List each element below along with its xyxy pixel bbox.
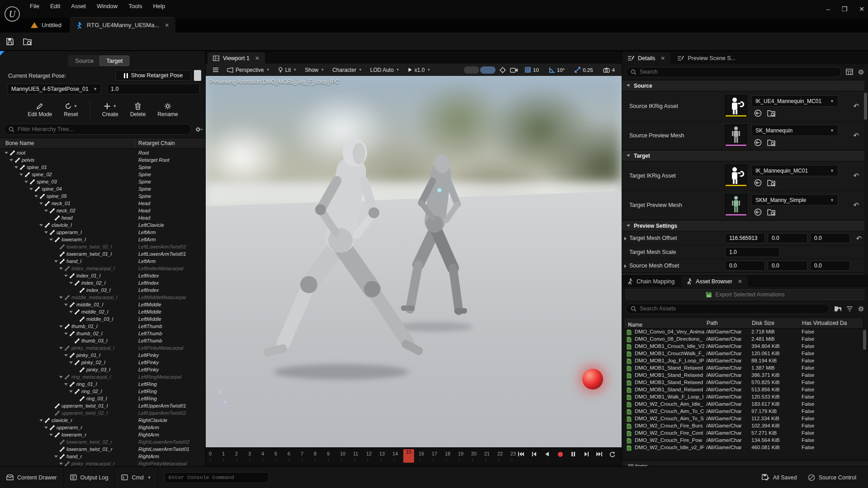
lit-dropdown[interactable]: Lit▼: [275, 66, 300, 75]
reset-button[interactable]: ▼Reset: [64, 103, 78, 117]
frame-label[interactable]: 14: [392, 451, 398, 456]
tree-row[interactable]: pinky_metacarpal_rRightPinkyMetacarpal: [0, 460, 206, 466]
asset-row[interactable]: DMO_MOB1_Stand_Relaxed/All/Game/Char513.…: [624, 387, 863, 394]
expander-icon[interactable]: [44, 427, 48, 429]
tree-row[interactable]: thumb_02_lLeftThumb: [0, 330, 206, 337]
expander-icon[interactable]: [39, 224, 43, 226]
source-mesh-dropdown[interactable]: SK_Mannequin▼: [751, 125, 838, 136]
target-mode-tab[interactable]: Target: [100, 56, 129, 66]
expander-icon[interactable]: [64, 304, 68, 306]
ikrig-asset-thumbnail[interactable]: [725, 95, 747, 117]
character-dropdown[interactable]: Character▼: [329, 66, 365, 75]
menu-edit[interactable]: Edit: [45, 1, 66, 11]
tree-row[interactable]: upperarm_rRightArm: [0, 424, 206, 431]
browse-to-asset-icon[interactable]: [767, 109, 776, 117]
tree-row[interactable]: ring_03_lLeftRing: [0, 395, 206, 402]
asset-row[interactable]: DMO_W2_Crouch_Fire_Pow/All/Game/Char134.…: [624, 437, 863, 445]
camera-speed-icon[interactable]: [510, 67, 518, 73]
tree-row[interactable]: lowerarm_twist_02_rRightLowerArmTwist02: [0, 438, 206, 446]
menu-tools[interactable]: Tools: [123, 1, 147, 11]
viewport-tab[interactable]: Viewport 1 ✕: [208, 52, 265, 64]
tree-row[interactable]: hand_rRightArm: [0, 453, 206, 460]
offset-z-field[interactable]: 0.0: [810, 261, 850, 271]
tree-row[interactable]: pinky_02_lLeftPinky: [0, 359, 206, 366]
scale-snap-toggle[interactable]: 0.25: [571, 66, 596, 74]
browse-to-asset-icon[interactable]: [767, 208, 776, 216]
tree-row[interactable]: thumb_03_lLeftThumb: [0, 337, 206, 344]
frame-label[interactable]: 12: [366, 451, 372, 456]
frame-label[interactable]: 13: [379, 451, 385, 456]
expander-icon[interactable]: [44, 210, 48, 212]
asset-row[interactable]: DMO_W2_Crouch_Fire_Burs/All/Game/Char102…: [624, 423, 863, 430]
tree-row[interactable]: hand_lLeftArm: [0, 258, 206, 265]
tab-preview-scene-settings[interactable]: Preview Scene S...: [672, 52, 741, 64]
loop-button[interactable]: [608, 450, 617, 459]
section-preview-settings[interactable]: Preview Settings: [622, 220, 864, 231]
tree-settings-gear-icon[interactable]: [195, 126, 203, 133]
target-ikrig-dropdown[interactable]: IK_Mannequin_MC01▼: [751, 165, 838, 176]
details-scrollbar[interactable]: [864, 93, 867, 120]
tab-retargeter[interactable]: RTG_UE4Manny_UE5Ma... ✕: [70, 17, 175, 33]
tree-row[interactable]: thumb_01_lLeftThumb: [0, 323, 206, 330]
expander-icon[interactable]: [19, 174, 23, 176]
tree-row[interactable]: headHead: [0, 214, 206, 221]
details-tab-close-icon[interactable]: ✕: [660, 55, 665, 61]
frame-label[interactable]: 1: [222, 451, 225, 456]
source-control-status[interactable]: Source Control: [808, 474, 856, 481]
tree-row[interactable]: index_02_lLeftIndex: [0, 279, 206, 286]
step-back-button[interactable]: [529, 450, 538, 459]
expander-icon[interactable]: [69, 361, 73, 364]
use-selected-asset-icon[interactable]: [754, 208, 762, 216]
asset-row[interactable]: DMO_W2_Crouch_Idle_v2_IF/All/Game/Char46…: [624, 445, 863, 452]
tree-row[interactable]: upperarm_lLeftArm: [0, 229, 206, 236]
pause-button[interactable]: [569, 450, 578, 459]
tree-row[interactable]: index_03_lLeftIndex: [0, 286, 206, 294]
frame-label[interactable]: 22: [497, 451, 503, 456]
expander-icon[interactable]: [59, 463, 63, 465]
asset-browser-tab-close-icon[interactable]: ✕: [738, 278, 742, 285]
asset-row[interactable]: DMO_W2_Crouch_Aim_To_S/All/Game/Char112.…: [624, 416, 863, 423]
browse-to-asset-icon[interactable]: [23, 37, 33, 46]
tree-row[interactable]: pinky_01_lLeftPinky: [0, 352, 206, 359]
viewport-tab-close-icon[interactable]: ✕: [255, 55, 259, 61]
expander-icon[interactable]: [29, 188, 33, 190]
animation-timeline[interactable]: 01234567891011121314151617181920212223 1…: [206, 447, 622, 465]
tree-row[interactable]: upperarm_twist_01_lLeftUpperArmTwist01: [0, 402, 206, 409]
delete-button[interactable]: Delete: [130, 103, 146, 117]
tree-row[interactable]: spine_05Spine: [0, 192, 206, 200]
tab-untitled[interactable]: Untitled: [24, 17, 68, 33]
expander-icon[interactable]: [64, 333, 68, 335]
tree-row[interactable]: pinky_03_lLeftPinky: [0, 366, 206, 373]
menu-help[interactable]: Help: [147, 1, 170, 11]
tree-row[interactable]: lowerarm_twist_01_lLeftLowerArmTwist01: [0, 250, 206, 258]
expander-icon[interactable]: [44, 231, 48, 234]
offset-x-field[interactable]: 116.565913: [725, 233, 765, 243]
expander-icon[interactable]: [54, 260, 58, 263]
tree-row[interactable]: middle_metacarpal_lLeftMiddleMetacarpal: [0, 294, 206, 301]
frame-label[interactable]: 18: [445, 451, 450, 456]
tree-row[interactable]: spine_04Spine: [0, 185, 206, 192]
use-selected-asset-icon[interactable]: [754, 179, 762, 187]
asset-row[interactable]: DMO_MOB1_Stand_Relaxed/All/Game/Char570.…: [624, 380, 863, 387]
asset-row[interactable]: DMO_MOB1_Stand_Relaxed/All/Game/Char386.…: [624, 372, 863, 380]
column-path[interactable]: Path: [707, 320, 718, 326]
save-icon[interactable]: [5, 37, 14, 46]
tab-asset-browser[interactable]: Asset Browser ✕: [681, 276, 748, 287]
search-assets-input[interactable]: Search Assets: [626, 304, 830, 314]
jump-to-start-button[interactable]: [516, 450, 525, 459]
frame-label[interactable]: 2: [235, 451, 238, 456]
tree-row[interactable]: lowerarm_lLeftArm: [0, 236, 206, 243]
asset-row[interactable]: DMO_MOB1_Crouch_Idle_V2/All/Game/Char394…: [624, 343, 863, 351]
asset-row[interactable]: DMO_W2_Crouch_Aim_Idle_/All/Game/Char183…: [624, 401, 863, 408]
frame-label[interactable]: 8: [314, 451, 316, 456]
playback-speed-dropdown[interactable]: x1.0▼: [405, 66, 434, 75]
tree-row[interactable]: index_metacarpal_lLeftIndexMetacarpal: [0, 265, 206, 272]
timeline-playhead[interactable]: 15: [403, 449, 414, 463]
tree-row[interactable]: lowerarm_rRightArm: [0, 431, 206, 438]
tree-row[interactable]: rootRoot: [0, 149, 206, 156]
offset-y-field[interactable]: 0.0: [768, 261, 807, 271]
rename-button[interactable]: Rename: [157, 103, 178, 117]
expander-icon[interactable]: [59, 347, 63, 349]
reset-to-default-icon[interactable]: ↶: [853, 201, 859, 209]
tree-row[interactable]: clavicle_rRightClavicle: [0, 417, 206, 424]
